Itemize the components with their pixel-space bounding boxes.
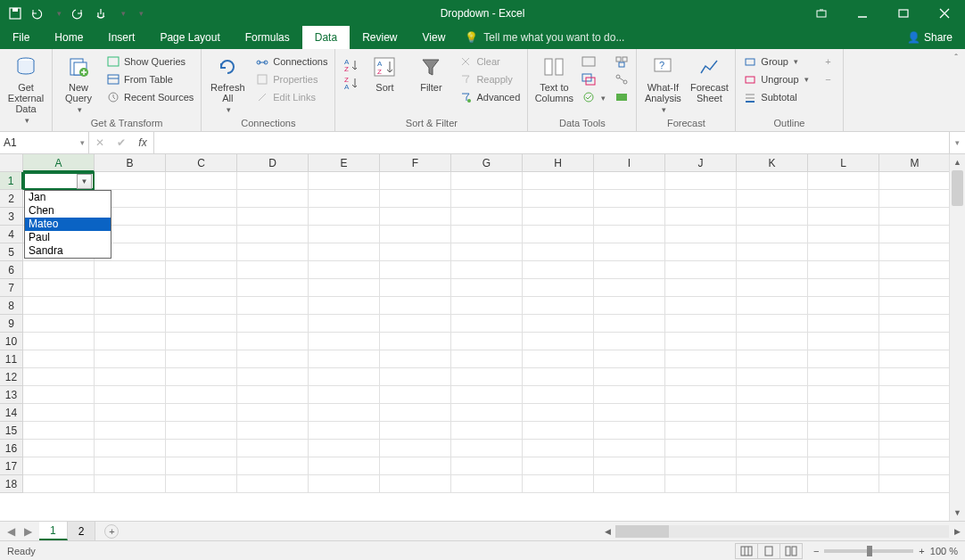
name-box[interactable]: A1▾ xyxy=(0,132,89,153)
cell-J2[interactable] xyxy=(665,190,737,208)
cell-F15[interactable] xyxy=(380,422,451,440)
row-header-10[interactable]: 10 xyxy=(0,333,23,350)
cell-E4[interactable] xyxy=(309,226,380,243)
col-header-C[interactable]: C xyxy=(166,154,237,172)
cell-I4[interactable] xyxy=(594,226,665,243)
cell-F6[interactable] xyxy=(380,261,451,279)
cell-G16[interactable] xyxy=(451,440,523,457)
cell-B14[interactable] xyxy=(95,404,166,422)
cell-A15[interactable] xyxy=(23,422,95,440)
cell-F4[interactable] xyxy=(380,226,451,243)
row-header-16[interactable]: 16 xyxy=(0,440,23,457)
tab-home[interactable]: Home xyxy=(42,26,95,49)
cell-F3[interactable] xyxy=(380,208,451,226)
cell-J8[interactable] xyxy=(665,297,737,315)
cell-J1[interactable] xyxy=(665,172,737,190)
cell-I1[interactable] xyxy=(594,172,665,190)
cell-M17[interactable] xyxy=(879,457,951,475)
cell-G12[interactable] xyxy=(451,368,523,386)
cell-L7[interactable] xyxy=(808,279,879,297)
cell-M12[interactable] xyxy=(879,368,951,386)
close-icon[interactable] xyxy=(924,0,965,26)
cell-C11[interactable] xyxy=(166,350,237,368)
cell-H16[interactable] xyxy=(523,440,594,457)
tab-view[interactable]: View xyxy=(410,26,458,49)
cell-K13[interactable] xyxy=(737,386,808,404)
minimize-icon[interactable] xyxy=(842,0,883,26)
cell-J6[interactable] xyxy=(665,261,737,279)
clear-button[interactable]: Clear xyxy=(457,54,522,70)
sort-button[interactable]: AZ Sort xyxy=(364,52,405,93)
cell-F13[interactable] xyxy=(380,386,451,404)
cell-K8[interactable] xyxy=(737,297,808,315)
cell-D16[interactable] xyxy=(237,440,309,457)
redo-icon[interactable] xyxy=(71,5,87,21)
prev-sheet-icon[interactable]: ◀ xyxy=(7,525,15,538)
cell-C3[interactable] xyxy=(166,208,237,226)
cell-E14[interactable] xyxy=(309,404,380,422)
page-layout-view-icon[interactable] xyxy=(757,543,780,559)
cell-F10[interactable] xyxy=(380,333,451,350)
cell-M6[interactable] xyxy=(879,261,951,279)
ungroup-button[interactable]: Ungroup xyxy=(741,71,810,87)
cell-M3[interactable] xyxy=(879,208,951,226)
cell-C10[interactable] xyxy=(166,333,237,350)
sort-desc-button[interactable]: ZA xyxy=(341,75,359,91)
cell-J3[interactable] xyxy=(665,208,737,226)
row-header-8[interactable]: 8 xyxy=(0,297,23,315)
cell-C5[interactable] xyxy=(166,243,237,261)
cell-B15[interactable] xyxy=(95,422,166,440)
cell-M18[interactable] xyxy=(879,475,951,493)
collapse-ribbon-icon[interactable]: ˆ xyxy=(947,49,965,131)
cell-E6[interactable] xyxy=(309,261,380,279)
cell-K6[interactable] xyxy=(737,261,808,279)
scroll-left-icon[interactable]: ◀ xyxy=(599,527,615,536)
cell-D2[interactable] xyxy=(237,190,309,208)
cell-D14[interactable] xyxy=(237,404,309,422)
cell-H10[interactable] xyxy=(523,333,594,350)
cell-E12[interactable] xyxy=(309,368,380,386)
cell-K5[interactable] xyxy=(737,243,808,261)
cell-H12[interactable] xyxy=(523,368,594,386)
cell-C14[interactable] xyxy=(166,404,237,422)
col-header-E[interactable]: E xyxy=(309,154,380,172)
row-header-15[interactable]: 15 xyxy=(0,422,23,440)
cell-M1[interactable] xyxy=(879,172,951,190)
vertical-scrollbar[interactable]: ▲ ▼ xyxy=(949,154,965,521)
cell-G9[interactable] xyxy=(451,315,523,333)
cell-D4[interactable] xyxy=(237,226,309,243)
cell-E9[interactable] xyxy=(309,315,380,333)
dropdown-item[interactable]: Mateo xyxy=(25,218,111,231)
filter-button[interactable]: Filter xyxy=(410,52,451,93)
dropdown-item[interactable]: Chen xyxy=(25,204,111,218)
cell-G8[interactable] xyxy=(451,297,523,315)
cell-K9[interactable] xyxy=(737,315,808,333)
cell-E18[interactable] xyxy=(309,475,380,493)
cell-F1[interactable] xyxy=(380,172,451,190)
cell-D8[interactable] xyxy=(237,297,309,315)
col-header-B[interactable]: B xyxy=(95,154,166,172)
cell-H6[interactable] xyxy=(523,261,594,279)
cell-B1[interactable] xyxy=(95,172,166,190)
cell-F12[interactable] xyxy=(380,368,451,386)
dropdown-arrow-button[interactable]: ▼ xyxy=(77,174,92,189)
refresh-all-button[interactable]: Refresh All xyxy=(207,52,248,114)
row-header-4[interactable]: 4 xyxy=(0,226,23,243)
text-to-columns-button[interactable]: Text to Columns xyxy=(533,52,574,103)
cell-D10[interactable] xyxy=(237,333,309,350)
cell-K2[interactable] xyxy=(737,190,808,208)
show-detail-button[interactable]: + xyxy=(820,54,837,70)
cell-L16[interactable] xyxy=(808,440,879,457)
cell-F17[interactable] xyxy=(380,457,451,475)
cell-J15[interactable] xyxy=(665,422,737,440)
cell-K14[interactable] xyxy=(737,404,808,422)
cell-H9[interactable] xyxy=(523,315,594,333)
cell-G11[interactable] xyxy=(451,350,523,368)
cell-G17[interactable] xyxy=(451,457,523,475)
cell-A14[interactable] xyxy=(23,404,95,422)
dropdown-item[interactable]: Sandra xyxy=(25,244,111,258)
row-header-6[interactable]: 6 xyxy=(0,261,23,279)
cell-K18[interactable] xyxy=(737,475,808,493)
page-break-view-icon[interactable] xyxy=(779,543,803,559)
col-header-M[interactable]: M xyxy=(879,154,951,172)
